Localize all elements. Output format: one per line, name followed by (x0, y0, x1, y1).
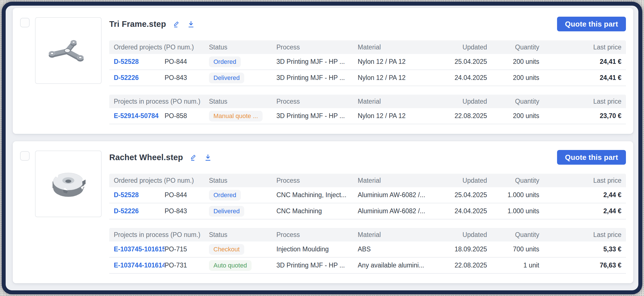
table-header-row: Ordered projects (PO num.) Status Proces… (109, 40, 626, 54)
process-cell: Injection Moulding (276, 245, 358, 253)
process-cell: 3D Printing MJF - HP ... (276, 74, 358, 82)
column-header-quantity: Quantity (487, 98, 539, 105)
quantity-cell: 200 units (487, 58, 539, 66)
column-header-projects: Ordered projects (PO num.) (114, 177, 209, 184)
process-cell: 3D Printing MJF - HP ... (276, 262, 358, 269)
material-cell: Aluminium AW-6082 /... (358, 207, 436, 215)
column-header-updated: Updated (436, 98, 487, 105)
download-icon[interactable] (204, 154, 212, 161)
updated-cell: 24.04.2025 (436, 207, 487, 215)
projects-in-process-table: Projects in process (PO num.) Status Pro… (109, 95, 626, 124)
material-cell: Nylon 12 / PA 12 (358, 74, 436, 82)
column-header-status: Status (209, 231, 276, 239)
project-link[interactable]: E-103744-101614 (114, 262, 165, 269)
column-header-last-price: Last price (539, 177, 621, 184)
column-header-material: Material (358, 98, 436, 105)
quantity-cell: 700 units (487, 245, 539, 253)
column-header-projects: Ordered projects (PO num.) (114, 43, 209, 51)
material-cell: Nylon 12 / PA 12 (358, 112, 436, 120)
last-price-cell: 5,33 € (539, 245, 621, 253)
part-thumbnail (35, 151, 102, 217)
project-link[interactable]: E-103745-101615 (114, 245, 165, 253)
part-header: Rachet Wheel.step Quote this part (109, 150, 626, 165)
project-link[interactable]: E-52914-50784 (114, 112, 165, 120)
last-price-cell: 2,44 € (539, 207, 621, 215)
project-link[interactable]: D-52226 (114, 74, 165, 82)
table-row: E-52914-50784 PO-858 Manual quote ... 3D… (109, 108, 626, 124)
edit-icon[interactable] (173, 20, 180, 28)
table-row: D-52226 PO-843 Delivered CNC Machining A… (109, 203, 626, 219)
project-link[interactable]: D-52226 (114, 207, 165, 215)
po-number: PO-858 (165, 112, 209, 120)
updated-cell: 18.09.2025 (436, 245, 487, 253)
quantity-cell: 1 unit (487, 262, 539, 269)
updated-cell: 25.04.2025 (436, 191, 487, 199)
updated-cell: 25.04.2025 (436, 58, 487, 66)
column-header-status: Status (209, 98, 276, 105)
material-cell: Any available alumini... (358, 262, 436, 269)
material-cell: Nylon 12 / PA 12 (358, 58, 436, 66)
updated-cell: 22.08.2025 (436, 262, 487, 269)
table-row: E-103744-101614 PO-731 Auto quoted 3D Pr… (109, 258, 626, 274)
column-header-material: Material (358, 177, 436, 184)
status-badge: Auto quoted (209, 260, 252, 271)
column-header-last-price: Last price (539, 231, 621, 239)
status-badge: Manual quote ... (209, 111, 263, 121)
material-cell: Aluminium AW-6082 /... (358, 191, 436, 199)
download-icon[interactable] (187, 20, 195, 28)
column-header-projects: Projects in process (PO num.) (114, 231, 209, 239)
po-number: PO-844 (165, 58, 209, 66)
status-badge: Ordered (209, 56, 241, 67)
quantity-cell: 200 units (487, 74, 539, 82)
part-title: Tri Frame.step (109, 19, 166, 29)
status-badge: Delivered (209, 206, 244, 217)
part-select-checkbox[interactable] (20, 151, 30, 161)
column-header-quantity: Quantity (487, 43, 539, 51)
material-cell: ABS (358, 245, 436, 253)
last-price-cell: 24,41 € (539, 74, 621, 82)
process-cell: 3D Printing MJF - HP ... (276, 58, 358, 66)
quantity-cell: 1.000 units (487, 191, 539, 199)
column-header-process: Process (276, 177, 358, 184)
column-header-process: Process (276, 98, 358, 105)
project-link[interactable]: D-52528 (114, 191, 165, 199)
po-number: PO-844 (165, 191, 209, 199)
quote-part-button[interactable]: Quote this part (557, 17, 626, 31)
column-header-status: Status (209, 177, 276, 184)
column-header-quantity: Quantity (487, 177, 539, 184)
quantity-cell: 1.000 units (487, 207, 539, 215)
table-row: D-52528 PO-844 Ordered CNC Machining, In… (109, 187, 626, 203)
updated-cell: 24.04.2025 (436, 74, 487, 82)
ratchet-wheel-part-image (40, 156, 97, 212)
part-card-tri-frame: Tri Frame.step Quote this part (13, 8, 633, 134)
ordered-projects-table: Ordered projects (PO num.) Status Proces… (109, 40, 626, 86)
table-header-row: Ordered projects (PO num.) Status Proces… (109, 174, 626, 187)
table-row: D-52226 PO-843 Delivered 3D Printing MJF… (109, 70, 626, 86)
table-header-row: Projects in process (PO num.) Status Pro… (109, 228, 626, 241)
last-price-cell: 2,44 € (539, 191, 621, 199)
projects-in-process-table: Projects in process (PO num.) Status Pro… (109, 228, 626, 274)
status-badge: Checkout (209, 244, 244, 255)
column-header-quantity: Quantity (487, 231, 539, 239)
table-row: D-52528 PO-844 Ordered 3D Printing MJF -… (109, 54, 626, 70)
edit-icon[interactable] (190, 154, 197, 161)
quote-part-button[interactable]: Quote this part (557, 150, 626, 165)
column-header-material: Material (358, 231, 436, 239)
process-cell: 3D Printing MJF - HP ... (276, 112, 358, 120)
po-number: PO-715 (165, 245, 209, 253)
project-link[interactable]: D-52528 (114, 58, 165, 66)
column-header-updated: Updated (436, 231, 487, 239)
part-select-checkbox[interactable] (20, 18, 30, 27)
table-header-row: Projects in process (PO num.) Status Pro… (109, 95, 626, 108)
column-header-material: Material (358, 43, 436, 51)
process-cell: CNC Machining, Inject... (276, 191, 358, 199)
quantity-cell: 200 units (487, 112, 539, 120)
part-title: Rachet Wheel.step (109, 153, 183, 162)
po-number: PO-731 (165, 262, 209, 269)
column-header-last-price: Last price (539, 98, 621, 105)
last-price-cell: 76,63 € (539, 262, 621, 269)
part-card-ratchet-wheel: Rachet Wheel.step Quote this part (13, 141, 633, 283)
tri-frame-part-image (40, 22, 97, 79)
table-row: E-103745-101615 PO-715 Checkout Injectio… (109, 241, 626, 258)
updated-cell: 22.08.2025 (436, 112, 487, 120)
